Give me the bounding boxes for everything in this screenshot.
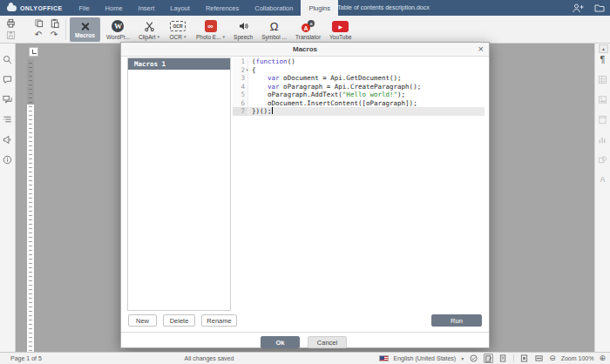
macros-button[interactable]: Macros [70, 17, 100, 42]
macro-code-editor[interactable]: 1(function()2▾{3 var oDocument = Api.Get… [233, 57, 485, 311]
fold-marker-icon[interactable]: ▾ [246, 66, 248, 75]
line-number: 5 [233, 91, 248, 99]
page-indicator[interactable]: Page 1 of 5 [10, 353, 42, 364]
plugin-speech-button[interactable]: Speech [231, 17, 255, 42]
plugin-photo-editor-button[interactable]: ∞Photo E...▾ [193, 17, 227, 42]
undo-icon[interactable]: ↶ [33, 30, 44, 40]
shape-settings-icon [598, 154, 608, 165]
paragraph-settings-icon[interactable]: ¶ [598, 54, 608, 64]
cancel-button[interactable]: Cancel [308, 336, 347, 348]
vertical-ruler[interactable] [27, 59, 34, 352]
left-panel-icons [0, 44, 16, 352]
tab-references[interactable]: References [198, 0, 247, 16]
code-line[interactable]: 7})(); [233, 107, 485, 116]
chevron-down-icon: ▾ [158, 34, 160, 39]
plugin-label: ClipArt▾ [139, 34, 159, 40]
code-line[interactable]: 1(function() [233, 57, 485, 66]
status-right-controls: English (United States) ▾ ⊖ Zoom 100% ⊕ [379, 353, 606, 364]
spell-checking-icon[interactable] [469, 354, 478, 363]
redo-icon[interactable]: ↷ [49, 30, 59, 40]
tab-home[interactable]: Home [98, 0, 131, 16]
search-icon[interactable] [3, 54, 13, 64]
tab-layout[interactable]: Layout [162, 0, 198, 16]
new-button[interactable]: New [128, 314, 157, 327]
chevron-down-icon[interactable]: ▾ [461, 355, 464, 361]
zoom-level[interactable]: Zoom 100% [561, 355, 594, 361]
dialog-header[interactable]: Macros × [121, 43, 489, 57]
ocr-icon: OCR [170, 20, 185, 33]
track-changes-icon[interactable] [484, 354, 493, 363]
quick-access-icons: ↶ ↷ [5, 17, 64, 42]
zoom-in-button[interactable]: ⊕ [599, 354, 606, 363]
comments-icon[interactable] [3, 74, 13, 84]
plugin-symbol-table-button[interactable]: ΩSymbol ... [259, 17, 289, 42]
status-divider [513, 354, 514, 362]
print-icon[interactable] [5, 17, 16, 28]
code-text: (function() [248, 57, 295, 66]
fit-to-width-icon[interactable] [534, 354, 544, 363]
plugin-label: YouTube [329, 34, 352, 40]
review-changes-icon[interactable] [498, 354, 508, 363]
feedback-icon[interactable] [3, 134, 13, 145]
macro-list[interactable]: Macros 1 [127, 57, 231, 311]
code-text: })(); [248, 107, 273, 116]
plugin-wordpress-button[interactable]: WWordPr... [104, 17, 132, 42]
text-cursor [272, 107, 273, 114]
plugin-translator-button[interactable]: aATranslator [293, 17, 323, 42]
chat-icon[interactable] [3, 94, 13, 104]
ok-button[interactable]: Ok [261, 336, 300, 348]
table-settings-icon [598, 74, 608, 84]
add-user-icon[interactable] [573, 3, 584, 13]
tab-insert[interactable]: Insert [131, 0, 163, 16]
code-line[interactable]: 4 var oParagraph = Api.CreateParagraph()… [233, 83, 485, 91]
translator-icon: aA [302, 20, 315, 33]
header-footer-settings-icon [598, 114, 608, 125]
image-settings-icon [598, 94, 608, 104]
wordpress-icon: W [112, 20, 124, 33]
code-text: oParagraph.AddText("Hello world!"); [248, 91, 405, 99]
plugin-label: WordPr... [106, 34, 130, 40]
code-line[interactable]: 2▾{ [233, 66, 485, 75]
code-text: var oParagraph = Api.CreateParagraph(); [248, 83, 421, 91]
open-file-location-icon[interactable] [594, 3, 605, 12]
document-language[interactable]: English (United States) [394, 355, 457, 361]
document-title: Table of contents description.docx [296, 0, 471, 16]
chevron-down-icon: ▾ [223, 34, 226, 39]
plugin-youtube-button[interactable]: ▶YouTube [327, 17, 355, 42]
scroll-up-arrow[interactable]: ▲ [599, 44, 608, 53]
youtube-icon: ▶ [332, 20, 349, 33]
chart-settings-icon [598, 134, 608, 145]
tab-collaboration[interactable]: Collaboration [247, 0, 301, 16]
save-status: All changes saved [139, 353, 279, 364]
about-icon[interactable] [3, 154, 13, 165]
code-line[interactable]: 3 var oDocument = Api.GetDocument(); [233, 74, 485, 83]
fit-to-page-icon[interactable] [519, 354, 529, 363]
tab-file[interactable]: File [71, 0, 97, 16]
line-number: 7 [233, 107, 248, 116]
delete-button[interactable]: Delete [163, 314, 195, 327]
us-flag-icon [379, 355, 389, 361]
macro-list-item[interactable]: Macros 1 [128, 58, 230, 70]
code-line[interactable]: 6 oDocument.InsertContent([oParagraph]); [233, 99, 485, 108]
line-number: 4 [233, 83, 248, 91]
line-number: 2▾ [233, 66, 248, 75]
save-icon[interactable] [5, 30, 16, 40]
clipart-icon [144, 20, 155, 33]
rename-button[interactable]: Rename [201, 314, 237, 327]
plugin-ocr-button[interactable]: OCROCR▾ [166, 17, 190, 42]
onlyoffice-logo: ONLYOFFICE [0, 0, 71, 16]
paste-icon[interactable] [49, 17, 59, 28]
plugin-label: Translator [295, 34, 321, 40]
zoom-out-button[interactable]: ⊖ [549, 354, 556, 363]
status-bar: Page 1 of 5 All changes saved English (U… [0, 352, 610, 364]
tab-selector-box[interactable] [29, 47, 38, 57]
copy-icon[interactable] [33, 17, 44, 28]
run-button[interactable]: Run [431, 314, 482, 327]
brand-label: ONLYOFFICE [20, 5, 62, 11]
plugin-label: OCR▾ [170, 34, 186, 40]
close-icon[interactable]: × [478, 43, 484, 56]
code-line[interactable]: 5 oParagraph.AddText("Hello world!"); [233, 91, 485, 99]
navigation-icon[interactable] [3, 114, 13, 125]
plugin-clipart-button[interactable]: ClipArt▾ [136, 17, 162, 42]
speech-icon [238, 20, 249, 33]
